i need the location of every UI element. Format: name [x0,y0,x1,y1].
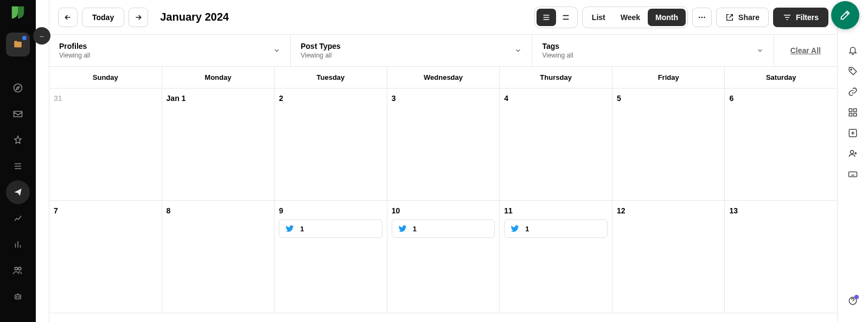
compose-fab[interactable] [831,1,859,29]
nav-people[interactable] [6,258,30,282]
collapse-rail: ‐‐ [36,0,49,322]
sprout-logo [10,4,26,21]
filters-button[interactable]: Filters [773,8,828,27]
filter-tags-sub: Viewing all [542,52,573,59]
post-chip[interactable]: 1 [279,219,382,238]
nav-inbox[interactable] [6,102,30,126]
weekday-wed: Wednesday [387,67,500,88]
calendar-cell[interactable]: 8 [162,201,275,313]
filter-posttypes-label: Post Types [301,42,341,50]
svg-point-4 [16,296,17,298]
weekday-mon: Monday [162,67,275,88]
clear-all-link[interactable]: Clear All [774,35,837,66]
rail-plus-icon[interactable] [848,128,858,138]
share-button[interactable]: Share [716,8,769,27]
more-button[interactable] [692,8,712,27]
svg-rect-12 [849,113,852,116]
svg-point-7 [701,16,703,18]
cell-date: 3 [392,94,495,103]
calendar-cell[interactable]: 2 [275,89,387,201]
rail-user-plus-icon[interactable] [848,149,858,159]
filter-profiles[interactable]: ProfilesViewing all [49,35,291,66]
cell-date: 10 [392,206,495,215]
calendar-cell[interactable]: 3 [387,89,500,201]
view-list[interactable]: List [584,9,613,26]
nav-folder[interactable] [6,33,30,56]
cell-date: 2 [279,94,382,103]
calendar-cell[interactable]: 91 [275,201,387,313]
calendar-grid: 31Jan 12345678911011111213 [49,89,837,322]
rail-keyboard-icon[interactable] [848,169,858,179]
cell-date: 4 [504,94,608,103]
weekday-sat: Saturday [725,67,837,88]
svg-point-6 [699,16,700,18]
cell-date: 5 [617,94,720,103]
calendar-cell[interactable]: 111 [500,201,612,313]
post-count: 1 [525,225,529,233]
post-count: 1 [300,225,304,233]
density-toggle [534,7,578,28]
svg-point-1 [15,267,17,270]
svg-point-2 [18,267,21,270]
rail-bell-icon[interactable] [848,46,858,55]
cell-date: Jan 1 [167,94,270,103]
weekday-sun: Sunday [49,67,162,88]
post-chip[interactable]: 1 [392,219,495,238]
filter-tags-label: Tags [542,42,573,50]
svg-point-0 [14,84,22,92]
calendar-cell[interactable]: 12 [612,201,725,313]
calendar-cell[interactable]: 7 [49,201,162,313]
calendar-cell[interactable]: 5 [612,89,725,201]
calendar-cell[interactable]: 4 [500,89,612,201]
cell-date: 8 [167,206,270,215]
nav-publishing[interactable] [6,180,30,204]
nav-reports[interactable] [6,232,30,256]
chevron-down-icon [756,47,764,54]
rail-tag-icon[interactable] [848,66,858,76]
nav-pin[interactable] [6,128,30,152]
svg-point-15 [851,150,854,154]
calendar-cell[interactable]: Jan 1 [162,89,275,201]
svg-rect-10 [849,109,852,111]
calendar-toolbar: Today January 2024 List Week Month Share… [49,0,837,34]
collapse-button[interactable]: ‐‐ [33,27,50,45]
next-button[interactable] [129,8,148,27]
svg-point-8 [704,16,705,18]
view-week[interactable]: Week [613,9,648,26]
nav-bot[interactable] [6,285,30,308]
filter-bar: ProfilesViewing all Post TypesViewing al… [49,34,837,67]
cell-date: 11 [504,206,608,215]
calendar-cell[interactable]: 13 [725,201,837,313]
calendar-title: January 2024 [160,11,229,23]
view-month[interactable]: Month [648,9,686,26]
calendar-cell[interactable]: 101 [387,201,500,313]
nav-compass[interactable] [6,76,30,100]
filters-label: Filters [796,13,819,22]
post-count: 1 [413,225,417,233]
nav-list[interactable] [6,154,30,178]
main-content: Today January 2024 List Week Month Share… [49,0,837,322]
chevron-down-icon [273,47,280,54]
filter-post-types[interactable]: Post TypesViewing all [291,35,532,66]
notification-dot [22,36,27,40]
today-button[interactable]: Today [82,8,124,27]
svg-rect-13 [854,113,857,116]
rail-help-icon[interactable] [848,296,858,306]
weekday-thu: Thursday [500,67,612,88]
filter-tags[interactable]: TagsViewing all [532,35,774,66]
nav-analytics[interactable] [6,206,30,230]
calendar-cell[interactable]: 6 [725,89,837,201]
primary-nav-rail [0,0,36,322]
cell-date: 7 [54,206,157,215]
weekday-tue: Tuesday [275,67,387,88]
calendar-cell[interactable]: 31 [49,89,162,201]
prev-button[interactable] [58,8,78,27]
svg-point-5 [19,296,20,298]
filter-posttypes-sub: Viewing all [301,52,341,59]
chevron-down-icon [514,47,522,54]
density-compact[interactable] [537,9,556,26]
density-comfortable[interactable] [556,9,576,26]
post-chip[interactable]: 1 [504,219,608,238]
rail-link-icon[interactable] [848,87,858,97]
rail-grid-icon[interactable] [848,108,858,117]
